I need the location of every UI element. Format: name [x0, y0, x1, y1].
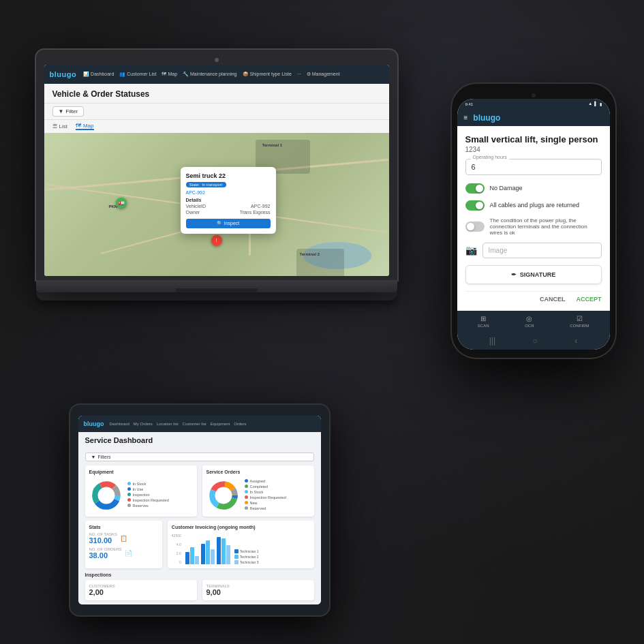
scene: bluugo 📊 Dashboard 👥 Customer List 🗺 Map…	[16, 16, 629, 629]
stat-card-tasks: Stats NO. OF TASKS 310.00 📋 NO. O	[85, 521, 162, 568]
laptop-nav-map[interactable]: 🗺 Map	[162, 72, 177, 77]
so-legend-stock: In Stock	[245, 490, 310, 494]
signature-icon: ✒	[511, 271, 517, 278]
laptop-tab-map[interactable]: 🗺 Map	[76, 123, 94, 130]
signal-icon: ▌	[594, 102, 597, 106]
laptop-nav-items: 📊 Dashboard 👥 Customer List 🗺 Map 🔧 Main…	[83, 72, 383, 77]
scan-icon: ⊞	[480, 315, 486, 322]
bar-legend: Technician 1 Technician 2 Technician 3	[234, 549, 259, 564]
laptop-nav-customers[interactable]: 👥 Customer List	[119, 72, 156, 77]
tablet-page-title: Service Dashboard	[78, 432, 321, 448]
operating-hours-label: Operating hours	[471, 155, 509, 159]
phone-time: 9:41	[465, 102, 474, 106]
toggle-no-damage[interactable]	[465, 183, 485, 194]
home-button[interactable]: ○	[533, 336, 538, 346]
laptop-filter-button[interactable]: ▼ Filter	[52, 106, 85, 117]
so-legend-new: New	[245, 501, 310, 505]
y-axis: 42500 4.0 2.0 0	[172, 534, 181, 564]
bar-t1-g1	[185, 552, 189, 564]
tablet-logo: bluugo	[84, 420, 104, 427]
image-placeholder[interactable]: Image	[482, 243, 602, 258]
equipment-title: Small vertical lift, single person	[465, 134, 602, 144]
laptop-nav-shipment[interactable]: 📦 Shipment type Liste	[243, 72, 292, 77]
orders-label: NO. OF ORDERS	[89, 547, 122, 551]
bar-group-2	[201, 540, 215, 564]
equipment-id: 1234	[465, 146, 602, 153]
phone-action-row: CANCEL ACCEPT	[465, 291, 602, 303]
phone-logo: bluugo	[473, 113, 500, 123]
so-legend-reserved: Reserved	[245, 506, 310, 510]
filter-icon: ▼	[91, 455, 96, 459]
toggle-no-damage-row: No Damage	[465, 183, 602, 194]
inspections-customers-card: CUSTOMERS 2,00	[85, 580, 197, 600]
popup-owner-label: Owner	[186, 210, 200, 215]
accept-button[interactable]: ACCEPT	[576, 296, 601, 303]
list-icon: ☰	[52, 123, 57, 129]
orders-value: 38.00	[89, 551, 122, 559]
phone-screen: 9:41 ▲ ▌ ▮ ≡ bluugo Small vertical lift,…	[457, 99, 610, 350]
image-row: 📷 Image	[465, 243, 602, 258]
toggle-power[interactable]	[465, 221, 485, 232]
camera-icon[interactable]: 📷	[465, 245, 477, 256]
tab-nav-orders[interactable]: My Orders	[134, 422, 153, 426]
laptop-tab-list[interactable]: ☰ List	[52, 123, 67, 130]
tab-nav-dashboard[interactable]: Dashboard	[110, 422, 129, 426]
back-button[interactable]: ‹	[574, 336, 577, 346]
laptop-device: bluugo 📊 Dashboard 👥 Customer List 🗺 Map…	[36, 50, 397, 301]
laptop-screen: bluugo 📊 Dashboard 👥 Customer List 🗺 Map…	[44, 65, 389, 276]
recent-apps-icon[interactable]: |||	[489, 336, 495, 346]
tablet-content: ▼ Filters Equipment	[78, 448, 321, 604]
hamburger-icon[interactable]: ≡	[464, 114, 468, 121]
bar-legend-t3: Technician 3	[234, 560, 259, 564]
bar-t1-g2	[201, 544, 205, 564]
state-label: State:	[189, 183, 200, 187]
phone-status-icons: ▲ ▌ ▮	[588, 102, 601, 106]
laptop-nav-maintenance[interactable]: 🔧 Maintenance planning	[183, 72, 236, 77]
signature-label: SIGNATURE	[520, 271, 555, 278]
filter-icon: ▼	[59, 108, 64, 114]
popup-inspect-button[interactable]: 🔍 Inspect	[186, 219, 271, 228]
laptop-nav-more[interactable]: ···	[297, 72, 301, 77]
laptop-screen-outer: bluugo 📊 Dashboard 👥 Customer List 🗺 Map…	[36, 50, 397, 280]
wifi-icon: ▲	[588, 102, 592, 106]
popup-owner-value: Trans Express	[240, 210, 271, 215]
inspections-section: Inspections CUSTOMERS 2,00 TERMINALS 9,0…	[85, 572, 314, 600]
tab-nav-customers[interactable]: Customer list	[183, 422, 206, 426]
confirm-label: CONFIRM	[570, 324, 589, 328]
laptop-nav-management[interactable]: ⚙ Management	[307, 72, 340, 77]
bar-legend-t1: Technician 1	[234, 549, 259, 553]
operating-hours-input[interactable]: 6	[465, 159, 602, 175]
tab-nav-location[interactable]: Location list	[157, 422, 179, 426]
bottom-ocr[interactable]: ◎ OCR	[525, 315, 534, 328]
bar-legend-t2: Technician 2	[234, 555, 259, 559]
tab-nav-orders2[interactable]: Orders	[234, 422, 246, 426]
laptop-nav-dashboard[interactable]: 📊 Dashboard	[83, 72, 114, 77]
tablet-filter-button[interactable]: ▼ Filters	[85, 453, 314, 461]
map-marker-green-2: 🚛	[116, 198, 127, 209]
phone-home-bar: ||| ○ ‹	[457, 332, 610, 350]
state-value: In transport	[202, 183, 222, 187]
tab-nav-equipment[interactable]: Equipment	[211, 422, 230, 426]
service-orders-legend: Assigned Completed In Stock Inspection R…	[245, 479, 310, 512]
so-legend-insp-req: Inspection Requested	[245, 495, 310, 500]
bottom-scan[interactable]: ⊞ SCAN	[478, 315, 489, 328]
laptop-stand	[36, 292, 397, 301]
bar-t2-g2	[206, 540, 210, 564]
list-icon: 📄	[125, 550, 132, 557]
toggle-cables-knob	[476, 202, 483, 209]
popup-vehicleid-row: VehicleID APC-992	[186, 204, 271, 209]
customers-value: 2,00	[89, 588, 193, 596]
cancel-button[interactable]: CANCEL	[540, 296, 566, 303]
bar-group-1	[185, 547, 199, 564]
signature-button[interactable]: ✒ SIGNATURE	[465, 265, 602, 284]
ocr-label: OCR	[525, 324, 534, 328]
phone-navbar: ≡ bluugo	[457, 110, 610, 126]
phone-outer: 9:41 ▲ ▌ ▮ ≡ bluugo Small vertical lift,…	[452, 84, 615, 358]
tablet-charts-row: Equipment In Stock	[85, 465, 314, 517]
toggle-cables[interactable]	[465, 200, 485, 211]
bottom-confirm[interactable]: ☑ CONFIRM	[570, 315, 589, 328]
phone-notch	[457, 92, 610, 99]
legend-insp-req: Inspection Requested	[127, 498, 193, 502]
tasks-label: NO. OF TASKS	[89, 532, 117, 536]
orders-value-group: NO. OF ORDERS 38.00	[89, 547, 122, 559]
